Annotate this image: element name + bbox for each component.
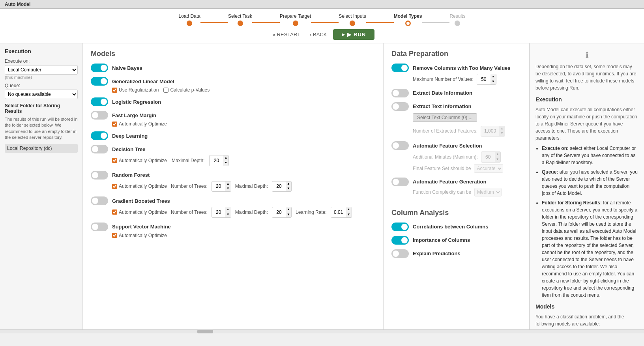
run-button[interactable]: ▶ ▶ RUN — [333, 29, 374, 40]
auto-feature-sel-toggle[interactable] — [391, 141, 409, 150]
gbt-lr-down[interactable]: ▼ — [346, 212, 352, 217]
svm-auto-opt-checkbox[interactable]: Automatically Optimize — [112, 233, 167, 238]
remove-cols-label: Remove Columns with Too Many Values — [413, 65, 511, 71]
rf-trees-down[interactable]: ▼ — [225, 186, 231, 191]
help-models-title: Models — [535, 303, 638, 311]
svm-toggle[interactable] — [91, 223, 108, 231]
additional-minutes-label: Additional Minutes (Maximum): — [413, 154, 478, 160]
right-content-panel: Data Preparation Remove Columns with Too… — [384, 43, 530, 329]
rf-trees-label: Number of Trees: — [171, 183, 208, 189]
dp-row-extract-date: Extract Date Information — [391, 89, 521, 97]
gbt-trees-up[interactable]: ▲ — [225, 207, 231, 212]
num-extracted-input — [481, 127, 499, 135]
gbt-lr-up[interactable]: ▲ — [346, 207, 352, 212]
rf-depth-label: Maximal Depth: — [235, 183, 268, 189]
extract-text-toggle[interactable] — [391, 102, 409, 111]
max-values-input[interactable] — [477, 76, 490, 83]
logistic-toggle[interactable] — [91, 97, 108, 106]
glm-toggle[interactable] — [91, 77, 108, 86]
decision-tree-toggle[interactable] — [91, 145, 108, 153]
extract-date-toggle[interactable] — [391, 89, 409, 97]
correlations-label: Correlations between Columns — [413, 224, 488, 230]
gbt-auto-opt-checkbox[interactable]: Automatically Optimize — [112, 209, 167, 215]
explain-toggle[interactable] — [391, 249, 409, 258]
gbt-lr-input[interactable] — [331, 209, 346, 216]
glm-label: Generalized Linear Model — [112, 79, 174, 84]
select-text-cols-button[interactable]: Select Text Columns (0) ... — [413, 113, 477, 122]
rf-depth-up[interactable]: ▲ — [286, 181, 291, 187]
max-values-down[interactable]: ▼ — [490, 79, 496, 84]
model-row-deep-learning: Deep Learning — [91, 131, 375, 140]
deep-learning-label: Deep Learning — [112, 133, 148, 139]
model-row-flm: Fast Large Margin — [91, 111, 375, 120]
gbt-trees-down[interactable]: ▼ — [225, 212, 231, 217]
flm-toggle[interactable] — [91, 111, 108, 120]
dp-row-extract-text: Extract Text Information — [391, 102, 521, 111]
gbt-depth-up[interactable]: ▲ — [286, 207, 291, 212]
naive-bayes-toggle[interactable] — [91, 64, 108, 72]
dt-depth-down[interactable]: ▼ — [223, 161, 228, 166]
back-button[interactable]: ‹ BACK — [307, 30, 330, 39]
help-info-icon: ℹ — [535, 49, 638, 61]
rf-auto-opt-checkbox[interactable]: Automatically Optimize — [112, 183, 167, 189]
flm-label: Fast Large Margin — [112, 112, 156, 118]
gbt-trees-input[interactable] — [212, 209, 225, 216]
gbt-lr-spinner[interactable]: ▲ ▼ — [331, 207, 352, 218]
final-feature-label: Final Feature Set should be — [413, 166, 471, 171]
calculate-pvalues-checkbox[interactable]: Calculate p-Values — [163, 87, 210, 93]
data-prep-title: Data Preparation — [391, 50, 521, 58]
auto-feature-gen-toggle[interactable] — [391, 178, 409, 186]
num-extracted-spinner: ▲ ▼ — [481, 126, 505, 137]
max-values-spinner[interactable]: ▲ ▼ — [477, 74, 496, 85]
deep-learning-toggle[interactable] — [91, 131, 108, 140]
naive-bayes-label: Naive Bayes — [112, 65, 142, 71]
dt-depth-up[interactable]: ▲ — [223, 155, 228, 161]
dt-depth-input[interactable] — [210, 157, 223, 164]
folder-desc: The results of this run will be stored i… — [5, 116, 78, 141]
dt-depth-spinner[interactable]: ▲ ▼ — [209, 155, 229, 166]
dt-depth-label: Maximal Depth: — [172, 158, 204, 163]
rf-depth-down[interactable]: ▼ — [286, 186, 291, 191]
execute-on-select[interactable]: Local Computer — [5, 65, 78, 75]
auto-feature-gen-label: Automatic Feature Generation — [413, 179, 486, 185]
rf-trees-spinner[interactable]: ▲ ▼ — [212, 181, 231, 192]
step-select-inputs: Select Inputs — [339, 13, 366, 26]
random-forest-toggle[interactable] — [91, 171, 108, 180]
remove-cols-toggle[interactable] — [391, 64, 409, 72]
additional-minutes-up: ▲ — [495, 152, 500, 157]
gbt-trees-spinner[interactable]: ▲ ▼ — [212, 207, 231, 218]
flm-auto-opt-checkbox[interactable]: Automatically Optimize — [112, 121, 167, 127]
gbt-depth-input[interactable] — [272, 209, 286, 216]
additional-minutes-spinner: ▲ ▼ — [481, 151, 501, 163]
svm-label: Support Vector Machine — [112, 224, 171, 230]
repo-item[interactable]: Local Repository (dc) — [5, 144, 78, 153]
top-tab: Auto Model — [5, 2, 30, 7]
additional-minutes-input — [481, 153, 495, 161]
rf-depth-input[interactable] — [272, 183, 286, 190]
queue-select[interactable]: No queues available — [5, 90, 78, 99]
execution-title: Execution — [5, 48, 78, 54]
restart-button[interactable]: « RESTART — [270, 30, 303, 39]
correlations-toggle[interactable] — [391, 223, 409, 231]
rf-trees-input[interactable] — [212, 183, 225, 190]
max-values-up[interactable]: ▲ — [490, 74, 496, 79]
gbt-toggle[interactable] — [91, 196, 108, 205]
dt-auto-opt-checkbox[interactable]: Automatically Optimize — [112, 158, 167, 163]
help-execution-title: Execution — [535, 95, 638, 104]
use-regularization-checkbox[interactable]: Use Regularization — [112, 87, 159, 93]
horizontal-scrollbar-thumb[interactable] — [197, 330, 213, 333]
gbt-lr-label: Learning Rate: — [296, 209, 327, 215]
feature-complexity-label: Function Complexity can be — [413, 189, 471, 195]
rf-trees-up[interactable]: ▲ — [225, 181, 231, 187]
execute-on-sub: (this machine) — [5, 75, 78, 80]
queue-label: Queue: — [5, 83, 78, 88]
gbt-depth-down[interactable]: ▼ — [286, 212, 291, 217]
importance-toggle[interactable] — [391, 236, 409, 245]
additional-minutes-down: ▼ — [495, 157, 500, 162]
step-results: Results — [449, 13, 465, 26]
model-row-gbt: Gradient Boosted Trees — [91, 196, 375, 205]
model-row-glm: Generalized Linear Model — [91, 77, 375, 86]
step-select-task: Select Task — [228, 13, 252, 26]
rf-depth-spinner[interactable]: ▲ ▼ — [272, 181, 292, 192]
gbt-depth-spinner[interactable]: ▲ ▼ — [272, 207, 292, 218]
